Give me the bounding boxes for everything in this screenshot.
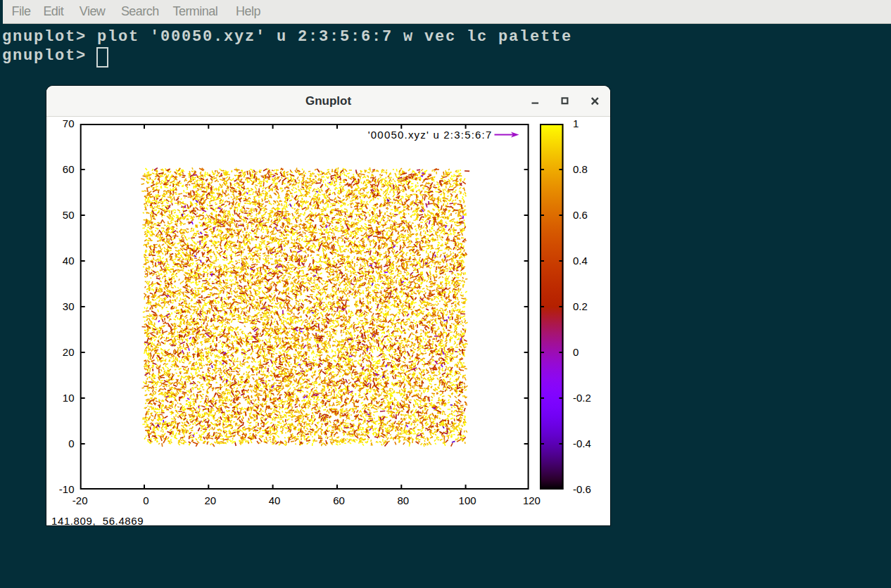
svg-text:-10: -10 xyxy=(59,483,75,495)
svg-text:0: 0 xyxy=(573,346,579,358)
svg-text:60: 60 xyxy=(333,494,345,506)
svg-text:40: 40 xyxy=(269,494,281,506)
svg-text:60: 60 xyxy=(63,163,75,175)
svg-text:-20: -20 xyxy=(72,494,88,506)
svg-text:'00050.xyz' u 2:3:5:6:7: '00050.xyz' u 2:3:5:6:7 xyxy=(368,129,493,141)
svg-text:100: 100 xyxy=(459,494,476,506)
svg-text:80: 80 xyxy=(397,494,409,506)
svg-text:-0.4: -0.4 xyxy=(573,437,591,449)
svg-text:0.2: 0.2 xyxy=(573,300,588,312)
svg-text:1: 1 xyxy=(573,117,579,129)
svg-text:0.8: 0.8 xyxy=(573,163,588,175)
svg-text:0: 0 xyxy=(68,437,74,449)
svg-text:20: 20 xyxy=(63,346,75,358)
svg-text:50: 50 xyxy=(63,209,75,221)
svg-text:-0.6: -0.6 xyxy=(573,483,591,495)
svg-text:20: 20 xyxy=(204,494,216,506)
svg-text:40: 40 xyxy=(63,255,75,267)
svg-text:0.4: 0.4 xyxy=(573,255,588,267)
svg-text:10: 10 xyxy=(63,392,75,404)
svg-text:120: 120 xyxy=(523,494,541,506)
svg-text:141.809, 56.4869: 141.809, 56.4869 xyxy=(51,515,144,527)
svg-text:-0.2: -0.2 xyxy=(573,392,591,404)
svg-text:70: 70 xyxy=(63,117,75,129)
svg-text:30: 30 xyxy=(63,300,75,312)
svg-text:0: 0 xyxy=(143,494,148,506)
svg-text:0.6: 0.6 xyxy=(573,209,588,221)
